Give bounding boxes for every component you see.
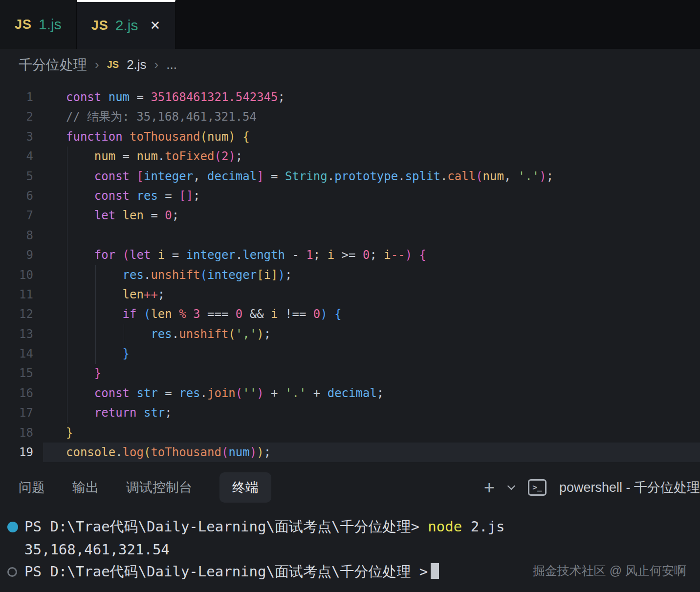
code-line[interactable]: 3function toThousand(num) {: [0, 127, 700, 147]
code-token: unshift: [151, 268, 200, 282]
code-token: ;: [285, 268, 292, 282]
line-number: 9: [0, 245, 48, 265]
code-line[interactable]: 11 len++;: [0, 285, 700, 304]
code-token: 0: [313, 307, 320, 321]
line-number: 5: [0, 167, 48, 186]
code-line[interactable]: 16 const str = res.join('') + '.' + deci…: [0, 383, 700, 403]
terminal-line: 35,168,461,321.54: [0, 538, 700, 561]
tab-2js[interactable]: JS 2.js ✕: [77, 0, 176, 49]
code-token: res: [179, 386, 200, 400]
code-line[interactable]: 5 const [integer, decimal] = String.prot…: [0, 167, 700, 186]
code-token: =: [264, 169, 285, 183]
code-line[interactable]: 19console.log(toThousand(num));: [0, 443, 700, 462]
code-token: num: [137, 149, 158, 163]
close-icon[interactable]: ✕: [150, 18, 160, 33]
code-token: decimal: [207, 169, 257, 183]
code-token: ;: [193, 189, 200, 203]
panel-tab[interactable]: 问题: [19, 479, 45, 496]
code-token: [66, 248, 94, 262]
code-line[interactable]: 2// 结果为: 35,168,461,321.54: [0, 107, 700, 127]
code-token: '.': [518, 169, 539, 183]
code-line[interactable]: 18}: [0, 423, 700, 443]
breadcrumb-file[interactable]: 2.js: [127, 57, 146, 72]
code-line[interactable]: 1const num = 35168461321.542345;: [0, 87, 700, 107]
code-token: ;: [313, 248, 328, 262]
code-token: ,: [193, 169, 207, 183]
code-token: [66, 347, 123, 360]
code-text: function toThousand(num) {: [48, 127, 250, 147]
code-editor[interactable]: 1const num = 35168461321.542345;2// 结果为:…: [0, 81, 700, 466]
code-token: let: [94, 209, 123, 222]
code-token: str: [137, 386, 165, 400]
code-token: .: [158, 149, 165, 163]
code-token: [66, 386, 94, 400]
code-token: [66, 288, 123, 301]
code-token: (: [236, 386, 242, 400]
code-token: ;: [165, 406, 172, 420]
chevron-right-icon: ›: [154, 57, 159, 72]
code-token: 0: [363, 248, 370, 262]
code-text: res.unshift(',');: [48, 324, 271, 344]
code-line[interactable]: 4 num = num.toFixed(2);: [0, 147, 700, 166]
line-number: 12: [0, 304, 48, 324]
code-token: ;: [158, 288, 165, 301]
line-number: 17: [0, 403, 48, 423]
breadcrumb-folder[interactable]: 千分位处理: [19, 56, 87, 74]
code-token: for: [94, 248, 123, 262]
code-token: [66, 209, 94, 222]
code-token: [: [257, 268, 263, 282]
code-token: call: [447, 169, 476, 183]
panel-tab[interactable]: 终端: [219, 472, 271, 503]
shell-session-label[interactable]: powershell - 千分位处理: [559, 479, 700, 496]
panel-header: 问题输出调试控制台终端 + >_ powershell - 千分位处理: [0, 466, 700, 508]
code-token: const: [94, 169, 137, 183]
code-token: .: [440, 169, 447, 183]
panel-tab[interactable]: 输出: [72, 479, 99, 496]
code-line[interactable]: 9 for (let i = integer.length - 1; i >= …: [0, 245, 700, 265]
code-token: PS D:\Trae代码\Daily-Learning\面试考点\千分位处理 >: [24, 563, 428, 580]
code-line[interactable]: 17 return str;: [0, 403, 700, 423]
code-token: num: [228, 445, 249, 459]
code-line[interactable]: 10 res.unshift(integer[i]);: [0, 265, 700, 285]
code-token: (: [200, 130, 207, 144]
code-token: .: [172, 327, 179, 341]
code-line[interactable]: 15 }: [0, 363, 700, 383]
code-line[interactable]: 13 res.unshift(',');: [0, 324, 700, 344]
code-token: [66, 149, 94, 163]
code-token: str: [144, 406, 165, 420]
code-token: ): [405, 248, 412, 262]
code-line[interactable]: 14 }: [0, 344, 700, 363]
panel-tabs: 问题输出调试控制台终端: [0, 472, 271, 503]
code-token: num: [483, 169, 504, 183]
chevron-down-icon[interactable]: [507, 482, 515, 489]
code-text: for (let i = integer.length - 1; i >= 0;…: [48, 245, 426, 265]
code-token: ;: [236, 149, 242, 163]
code-token: integer: [144, 169, 193, 183]
code-token: 2.js: [471, 518, 505, 535]
code-token: .: [398, 169, 405, 183]
code-token: res: [123, 268, 144, 282]
code-token: !==: [285, 307, 313, 321]
line-number: 7: [0, 206, 48, 225]
code-token: {: [419, 248, 426, 262]
breadcrumb-more[interactable]: ...: [166, 57, 177, 72]
code-text: // 结果为: 35,168,461,321.54: [48, 107, 257, 127]
code-token: 0: [236, 307, 250, 321]
code-token: [66, 366, 94, 380]
new-terminal-plus-icon[interactable]: +: [484, 478, 495, 497]
code-line[interactable]: 8: [0, 226, 700, 245]
code-text: num = num.toFixed(2);: [48, 147, 242, 166]
tab-1js[interactable]: JS 1.js: [0, 0, 77, 49]
code-line[interactable]: 12 if (len % 3 === 0 && i !== 0) {: [0, 304, 700, 324]
line-number: 16: [0, 383, 48, 403]
chevron-right-icon: ›: [95, 57, 99, 72]
code-token: {: [334, 307, 341, 321]
code-token: toThousand: [130, 130, 200, 144]
code-token: (: [214, 149, 221, 163]
line-number: 11: [0, 285, 48, 304]
panel-tab[interactable]: 调试控制台: [126, 479, 192, 496]
code-line[interactable]: 7 let len = 0;: [0, 206, 700, 225]
code-line[interactable]: 6 const res = [];: [0, 186, 700, 206]
code-text: }: [48, 423, 73, 443]
code-token: res: [137, 189, 165, 203]
